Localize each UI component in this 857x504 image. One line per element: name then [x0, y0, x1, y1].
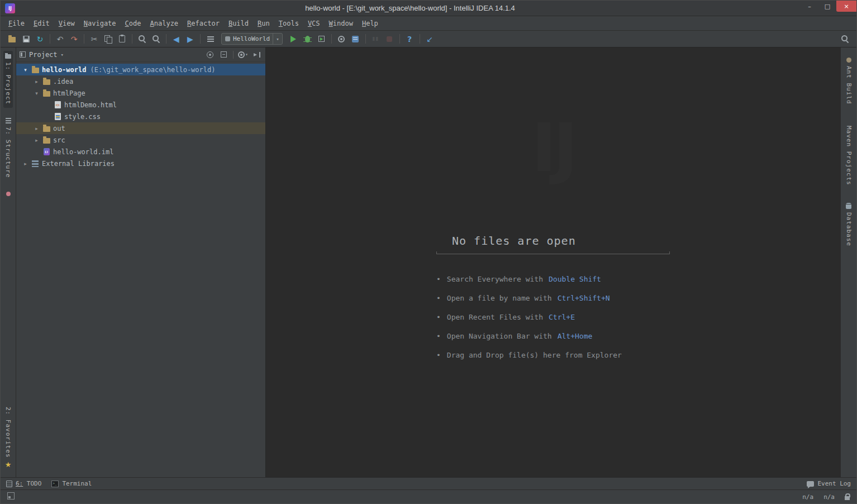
expand-arrow-icon[interactable]: ▾ [21, 67, 30, 73]
coverage-icon[interactable] [315, 32, 328, 46]
tree-item-label: out [53, 125, 65, 132]
title-bar: IJ hello-world - [E:\git_work_space\hell… [1, 1, 856, 16]
copy-icon[interactable] [101, 32, 115, 46]
debug-icon[interactable] [301, 32, 315, 46]
tree-item-label: htmlDemo.html [64, 101, 117, 109]
event-log-label: Event Log [817, 480, 851, 487]
save-icon[interactable] [19, 32, 33, 46]
menu-window[interactable]: Window [325, 17, 358, 30]
find-icon[interactable] [135, 32, 149, 46]
tree-item-label: .idea [53, 78, 73, 85]
menu-vcs[interactable]: VCS [303, 17, 325, 30]
project-view-select[interactable]: Project ▾ [29, 51, 64, 59]
open-icon[interactable] [5, 32, 19, 46]
readonly-lock-icon[interactable] [845, 496, 850, 500]
forward-icon[interactable]: ▶ [183, 32, 197, 46]
run-configuration-select[interactable]: HelloWorld▾ [221, 33, 283, 45]
tool-window-button-7-structure[interactable]: 7: Structure [3, 115, 13, 181]
right-tool-stripe: Ant BuildMaven ProjectsDatabase [840, 47, 856, 477]
menu-build[interactable]: Build [224, 17, 253, 30]
back-icon[interactable]: ◀ [169, 32, 183, 46]
tree-item-htmldemo-html[interactable]: <>htmlDemo.html [16, 99, 265, 111]
line-ending-indicator[interactable]: n/a [823, 493, 835, 501]
toolbar-separator [365, 34, 366, 44]
intellij-logo-icon: IJ [5, 3, 15, 13]
tree-item-out[interactable]: ▸out [16, 122, 265, 134]
bottom-tool-stripe: 6: TODO Terminal Event Log [1, 477, 856, 489]
menu-file[interactable]: File [4, 17, 29, 30]
window-controls: – □ × [801, 1, 856, 16]
caret-position[interactable]: n/a [802, 493, 813, 501]
expand-arrow-icon[interactable]: ▸ [21, 161, 30, 167]
intellij-watermark: IJ [531, 109, 574, 187]
scroll-from-source-icon[interactable] [204, 49, 216, 60]
settings-icon[interactable] [335, 32, 349, 46]
minimize-button[interactable]: – [801, 1, 818, 12]
tip-1: •Search Everywhere withDouble Shift [436, 269, 670, 288]
undo-icon[interactable]: ↶ [53, 32, 67, 46]
editor-area[interactable]: IJ No files are open •Search Everywhere … [266, 47, 840, 477]
tool-window-toggle-icon[interactable] [7, 492, 15, 501]
tree-item-htmlpage[interactable]: ▾htmlPage [16, 87, 265, 99]
menu-analyze[interactable]: Analyze [146, 17, 183, 30]
expand-arrow-icon[interactable]: ▸ [32, 126, 41, 131]
tool-window-button-captures[interactable] [5, 188, 12, 199]
redo-icon[interactable]: ↷ [67, 32, 81, 46]
project-panel-icon [20, 51, 26, 58]
chevron-down-icon: ▾ [273, 34, 282, 44]
expand-arrow-icon[interactable]: ▸ [32, 79, 41, 84]
status-bar: n/a n/a [1, 489, 856, 503]
tree-item-external-libraries[interactable]: ▸External Libraries [16, 158, 265, 169]
tree-item-hello-world[interactable]: ▾hello-world(E:\git_work_space\hello-wor… [16, 64, 265, 75]
run-icon[interactable] [287, 32, 301, 46]
tool-window-button-ant-build[interactable]: Ant Build [844, 54, 854, 108]
hide-panel-icon[interactable] [251, 49, 262, 60]
event-log-button[interactable]: Event Log [807, 480, 851, 487]
collapse-all-icon[interactable] [218, 49, 229, 60]
tool-window-button-2-favorites[interactable]: 2: Favorites★ [3, 403, 13, 472]
replace-icon[interactable] [149, 32, 163, 46]
tree-item-label: htmlPage [53, 89, 85, 97]
tool-window-button-todo[interactable]: 6: TODO [6, 480, 41, 487]
menu-help[interactable]: Help [358, 17, 383, 30]
maximize-button[interactable]: □ [818, 1, 836, 12]
tree-item-style-css[interactable]: style.css [16, 111, 265, 122]
toolbar-separator [132, 34, 132, 44]
css-icon [53, 113, 63, 120]
expand-arrow-icon[interactable]: ▸ [32, 137, 41, 143]
search-icon[interactable] [838, 32, 852, 46]
menu-navigate[interactable]: Navigate [79, 17, 121, 30]
cut-icon[interactable]: ✂ [87, 32, 101, 46]
tree-item-src[interactable]: ▸src [16, 134, 265, 146]
menu-view[interactable]: View [54, 17, 79, 30]
toolbar-separator [420, 34, 420, 44]
menu-run[interactable]: Run [253, 17, 274, 30]
close-button[interactable]: × [836, 1, 856, 12]
toolbar-separator [200, 34, 201, 44]
settings-gear-icon[interactable]: ▾ [237, 49, 249, 60]
main-area: 1: Project7: Structure2: Favorites★ Proj… [1, 47, 856, 477]
tree-item-idea[interactable]: ▸.idea [16, 75, 265, 87]
expand-arrow-icon[interactable]: ▾ [32, 91, 41, 96]
tip-5: •Drag and Drop file(s) here from Explore… [436, 345, 670, 364]
tool-window-button-1-project[interactable]: 1: Project [3, 51, 13, 108]
compile-icon[interactable] [203, 32, 217, 46]
sync-icon[interactable]: ↻ [33, 32, 47, 46]
empty-state-title: No files are open [436, 234, 670, 254]
tip-text: Drag and Drop file(s) here from Explorer [447, 351, 622, 359]
paste-icon[interactable] [115, 32, 129, 46]
tree-item-hello-world-iml[interactable]: IJhello-world.iml [16, 146, 265, 158]
menu-edit[interactable]: Edit [29, 17, 54, 30]
tool-window-button-terminal[interactable]: Terminal [51, 480, 92, 487]
menu-refactor[interactable]: Refactor [183, 17, 224, 30]
update-project-icon[interactable]: ↙ [423, 32, 437, 46]
help-icon[interactable]: ? [403, 32, 417, 46]
menu-tools[interactable]: Tools [274, 17, 303, 30]
tool-window-label: Database [845, 212, 853, 246]
tool-window-button-database[interactable]: Database [844, 199, 854, 250]
project-structure-icon[interactable] [349, 32, 363, 46]
menu-code[interactable]: Code [121, 17, 146, 30]
tip-shortcut: Ctrl+E [549, 313, 575, 321]
bullet: • [436, 275, 441, 283]
tool-window-button-maven-projects[interactable]: Maven Projects [844, 119, 854, 189]
